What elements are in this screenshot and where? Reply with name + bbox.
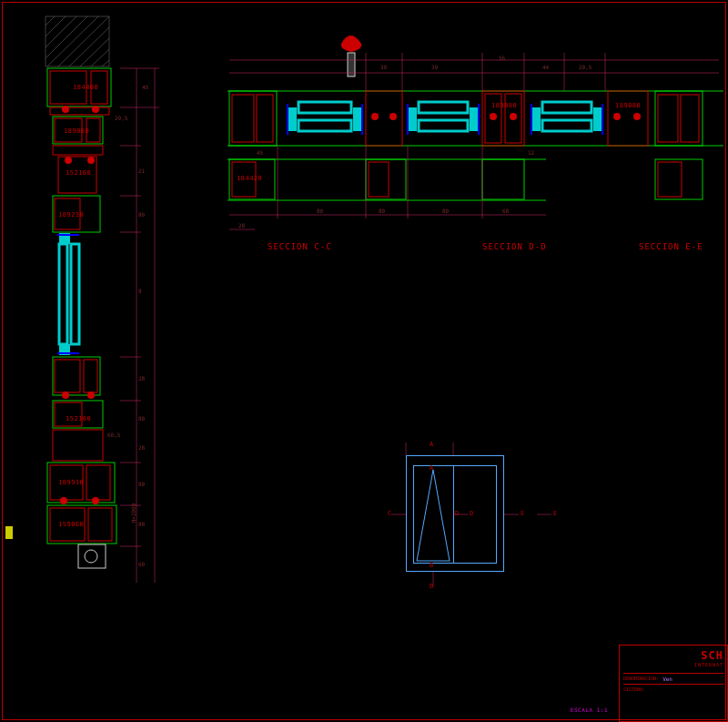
svg-point-20	[65, 157, 72, 164]
svg-rect-62	[257, 95, 273, 142]
key-elevation-sash-right	[453, 465, 497, 564]
dimension: 8	[138, 288, 142, 294]
svg-point-21	[87, 157, 95, 164]
dimension: 28	[138, 444, 145, 451]
svg-rect-46	[5, 526, 13, 539]
svg-line-7	[69, 27, 109, 66]
dimension: 80	[138, 415, 145, 422]
part-number: 159060	[58, 521, 84, 528]
svg-rect-72	[408, 107, 417, 131]
part-number: 152160	[66, 415, 91, 422]
part-number: 189930	[58, 479, 84, 486]
dimension: 80	[317, 208, 323, 214]
part-number: 152160	[66, 169, 91, 177]
dimension: 88	[138, 521, 145, 527]
svg-point-39	[60, 497, 67, 504]
svg-line-2	[46, 16, 66, 36]
svg-rect-29	[55, 360, 80, 392]
key-elevation-sash-left	[413, 465, 453, 564]
key-label: D	[455, 510, 459, 517]
svg-rect-75	[470, 107, 479, 131]
svg-rect-65	[288, 107, 297, 131]
dimension: 21	[138, 168, 145, 174]
svg-rect-82	[542, 102, 592, 113]
svg-point-31	[62, 392, 69, 399]
svg-rect-25	[59, 244, 67, 344]
key-label: B	[430, 583, 433, 590]
dimension: 80	[138, 481, 145, 487]
logo-sub: INTERNAT	[623, 662, 723, 667]
svg-rect-89	[658, 95, 678, 142]
axis-dimension: H=2000	[130, 503, 136, 524]
section-label-ee: SECCION E-E	[639, 242, 703, 251]
svg-line-10	[102, 60, 109, 66]
dimension: 80	[442, 208, 449, 214]
svg-rect-27	[59, 344, 70, 355]
svg-rect-24	[59, 233, 70, 244]
svg-line-8	[80, 38, 109, 66]
svg-rect-0	[46, 16, 109, 66]
key-label: B	[430, 562, 433, 569]
key-label: C	[388, 510, 391, 517]
drawing-frame	[2, 2, 726, 720]
svg-point-87	[633, 113, 641, 120]
part-number: 189080	[491, 102, 517, 109]
dimension: 60	[138, 561, 145, 567]
key-label: E	[521, 510, 524, 517]
dimension: 28	[238, 222, 245, 229]
svg-line-4	[46, 16, 87, 58]
svg-rect-81	[531, 107, 541, 131]
dimension: 45	[142, 84, 148, 90]
svg-rect-92	[658, 162, 682, 197]
dimension: 80	[379, 208, 385, 214]
svg-line-1	[46, 16, 55, 25]
dimension: 39	[380, 64, 387, 70]
svg-rect-67	[298, 120, 351, 131]
svg-point-32	[87, 392, 95, 399]
dimension: 45	[257, 149, 263, 156]
dimension: 68	[502, 208, 509, 214]
svg-line-9	[91, 49, 109, 66]
svg-rect-43	[88, 508, 112, 541]
svg-point-45	[85, 550, 97, 563]
dimension: 29,5	[115, 115, 127, 121]
svg-rect-38	[86, 465, 110, 500]
svg-rect-30	[84, 360, 97, 392]
svg-rect-84	[593, 107, 602, 131]
svg-point-79	[490, 113, 497, 120]
svg-rect-76	[482, 91, 524, 146]
dimension: 80	[138, 211, 145, 218]
part-number: 189230	[58, 211, 84, 219]
field-label: SISTEMA:	[623, 686, 645, 692]
part-number: 184420	[237, 175, 262, 182]
svg-point-86	[613, 113, 621, 120]
dimension: 28	[138, 375, 145, 381]
dimension: 44	[542, 64, 549, 70]
svg-point-71	[389, 113, 397, 120]
svg-rect-91	[655, 159, 703, 199]
svg-rect-28	[53, 357, 100, 395]
svg-rect-35	[53, 430, 103, 461]
dimension: 39	[431, 64, 438, 70]
svg-rect-73	[419, 102, 468, 113]
svg-rect-34	[55, 402, 82, 426]
dimension: 20,5	[579, 64, 592, 70]
svg-rect-68	[353, 107, 362, 131]
dimension: 12	[528, 149, 534, 156]
svg-point-15	[92, 106, 99, 113]
svg-rect-74	[419, 120, 468, 131]
svg-rect-94	[369, 162, 389, 197]
svg-rect-61	[232, 95, 254, 142]
field-value: Ven	[662, 676, 672, 682]
part-number: 184400	[73, 84, 98, 91]
logo-text: SCH	[623, 649, 723, 662]
scale-note: ESCALA 1:1	[571, 707, 608, 713]
svg-rect-83	[542, 120, 592, 131]
svg-rect-90	[681, 95, 699, 142]
dimension: 56	[499, 55, 505, 61]
svg-rect-44	[78, 544, 106, 568]
svg-point-40	[92, 497, 99, 504]
svg-rect-60	[229, 91, 277, 146]
svg-line-6	[58, 16, 109, 66]
svg-point-70	[371, 113, 379, 120]
